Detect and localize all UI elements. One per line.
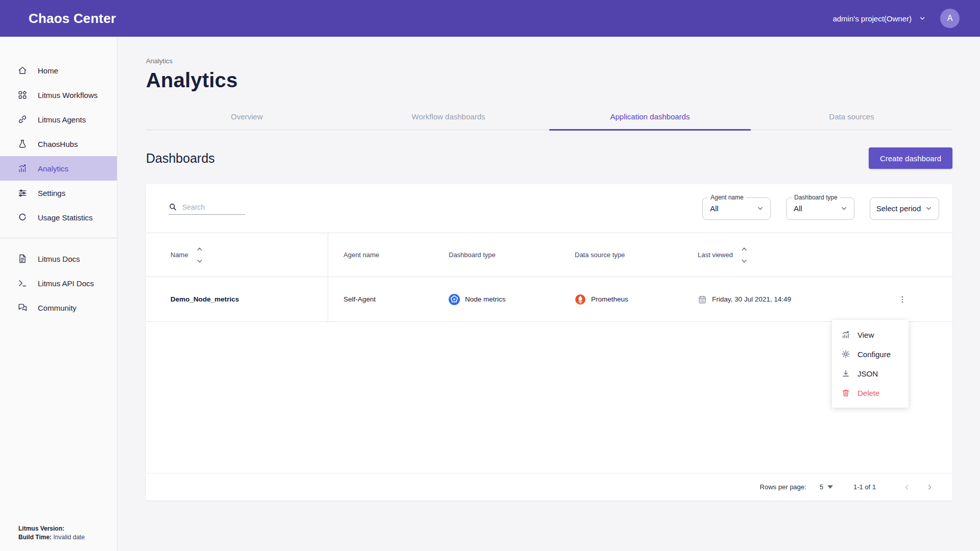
section-title: Dashboards xyxy=(146,151,215,166)
sidebar-item-litmus-agents[interactable]: Litmus Agents xyxy=(0,107,117,132)
agents-link-icon xyxy=(17,114,28,124)
avatar[interactable]: A xyxy=(940,9,960,28)
sort-controls-name xyxy=(197,247,203,263)
sidebar-item-label: Litmus Workflows xyxy=(38,91,97,99)
rows-per-page-value: 5 xyxy=(820,483,823,491)
sidebar-item-label: Home xyxy=(38,66,58,75)
project-switcher[interactable]: admin's project(Owner) xyxy=(832,14,926,23)
agent-name-select-label: Agent name xyxy=(708,194,746,201)
table-header: Name Agent name Dashboard type Data sour… xyxy=(146,233,952,277)
rows-per-page-select[interactable]: 5 xyxy=(820,483,833,491)
analytics-chart-icon xyxy=(17,163,28,173)
chevron-down-icon xyxy=(919,15,926,22)
pagination-bar: Rows per page: 5 1-1 of 1 xyxy=(146,473,952,500)
tab-application-dashboards[interactable]: Application dashboards xyxy=(549,105,751,130)
build-time-label: Build Time: xyxy=(18,534,52,541)
sort-descending-icon[interactable] xyxy=(741,259,747,263)
kebab-menu-icon[interactable] xyxy=(894,291,911,308)
select-period-button[interactable]: Select period xyxy=(870,197,939,220)
download-icon xyxy=(841,369,850,378)
row-dashboard-type: Node metrics xyxy=(433,294,559,305)
sort-ascending-icon[interactable] xyxy=(741,247,747,251)
sidebar-item-litmus-workflows[interactable]: Litmus Workflows xyxy=(0,83,117,107)
sidebar-item-analytics[interactable]: Analytics xyxy=(0,156,117,181)
chevron-down-icon xyxy=(925,205,933,212)
tab-workflow-dashboards[interactable]: Workflow dashboards xyxy=(348,105,549,130)
sidebar-item-label: Community xyxy=(38,304,77,312)
dashboards-card: Agent name All Dashboard type All Select… xyxy=(146,184,952,500)
menu-item-json[interactable]: JSON xyxy=(832,364,909,383)
main-content: Analytics Analytics Overview Workflow da… xyxy=(117,37,980,551)
section-header: Dashboards Create dashboard xyxy=(146,147,952,169)
sidebar-item-litmus-api-docs[interactable]: Litmus API Docs xyxy=(0,271,117,295)
document-icon xyxy=(17,254,28,264)
usage-donut-icon xyxy=(17,212,28,222)
sidebar-item-label: Litmus API Docs xyxy=(38,279,94,288)
sidebar-item-label: ChaosHubs xyxy=(38,140,78,148)
search-icon xyxy=(168,203,177,211)
agent-name-select[interactable]: Agent name All xyxy=(702,197,771,220)
litmus-version-label: Litmus Version: xyxy=(18,525,64,532)
calendar-icon xyxy=(698,295,707,304)
sidebar-item-label: Usage Statistics xyxy=(38,213,93,222)
next-page-icon[interactable] xyxy=(921,479,938,496)
dashboard-type-select-label: Dashboard type xyxy=(792,194,840,201)
community-chat-icon xyxy=(17,303,28,313)
tab-data-sources[interactable]: Data sources xyxy=(751,105,952,130)
sidebar-item-litmus-docs[interactable]: Litmus Docs xyxy=(0,246,117,271)
project-switcher-label: admin's project(Owner) xyxy=(832,14,912,23)
avatar-letter: A xyxy=(947,14,953,23)
search-input[interactable] xyxy=(182,203,238,211)
sidebar-item-label: Litmus Docs xyxy=(38,255,80,263)
sort-controls-last-viewed xyxy=(741,247,747,263)
dashboard-type-select-value: All xyxy=(794,204,840,213)
menu-item-configure[interactable]: Configure xyxy=(832,344,909,364)
search-box[interactable] xyxy=(168,203,245,215)
sidebar-footer: Litmus Version: Build Time: Invalid date xyxy=(0,524,117,551)
previous-page-icon[interactable] xyxy=(898,479,916,496)
chevron-down-icon xyxy=(756,205,764,212)
settings-sliders-icon xyxy=(17,188,28,198)
table-empty-space xyxy=(146,322,952,473)
select-period-label: Select period xyxy=(876,204,921,213)
create-dashboard-button[interactable]: Create dashboard xyxy=(869,147,952,169)
rows-per-page-label: Rows per page: xyxy=(760,483,806,491)
sidebar-item-usage-statistics[interactable]: Usage Statistics xyxy=(0,205,117,230)
page-title: Analytics xyxy=(146,69,952,92)
breadcrumb: Analytics xyxy=(146,37,952,65)
sidebar-item-home[interactable]: Home xyxy=(0,58,117,83)
column-header-data-source-type: Data source type xyxy=(559,251,682,259)
sidebar-item-settings[interactable]: Settings xyxy=(0,181,117,205)
tab-overview[interactable]: Overview xyxy=(146,105,348,130)
row-agent-name: Self-Agent xyxy=(328,295,433,303)
sidebar-item-label: Settings xyxy=(38,189,65,197)
dashboard-type-select[interactable]: Dashboard type All xyxy=(786,197,854,220)
table-row[interactable]: Demo_Node_metrics Self-Agent Node metric… xyxy=(146,277,952,322)
terminal-icon xyxy=(17,278,28,288)
row-actions xyxy=(852,291,952,308)
sidebar-item-chaoshubs[interactable]: ChaosHubs xyxy=(0,132,117,156)
column-header-dashboard-type: Dashboard type xyxy=(433,251,559,259)
column-header-last-viewed: Last viewed xyxy=(682,247,852,263)
dropdown-arrow-icon xyxy=(827,485,833,489)
filter-row: Agent name All Dashboard type All Select… xyxy=(146,184,952,233)
sort-descending-icon[interactable] xyxy=(197,259,203,263)
sidebar-item-label: Analytics xyxy=(38,164,68,173)
kubernetes-node-metrics-icon xyxy=(449,294,460,305)
sort-ascending-icon[interactable] xyxy=(197,247,203,251)
flask-icon xyxy=(17,139,28,149)
column-header-name: Name xyxy=(146,233,328,277)
menu-item-delete[interactable]: Delete xyxy=(832,383,909,403)
sidebar-item-community[interactable]: Community xyxy=(0,295,117,320)
prometheus-icon xyxy=(575,294,586,305)
gear-icon xyxy=(841,349,850,359)
view-chart-icon xyxy=(841,330,850,339)
agent-name-select-value: All xyxy=(710,204,756,213)
sidebar: Home Litmus Workflows Litmus Agents Chao… xyxy=(0,37,117,551)
column-header-agent-name: Agent name xyxy=(328,251,433,259)
row-last-viewed: Friday, 30 Jul 2021, 14:49 xyxy=(682,295,852,304)
pagination-range: 1-1 of 1 xyxy=(853,483,876,491)
tab-bar: Overview Workflow dashboards Application… xyxy=(146,105,952,130)
sidebar-divider xyxy=(0,238,117,238)
menu-item-view[interactable]: View xyxy=(832,325,909,344)
